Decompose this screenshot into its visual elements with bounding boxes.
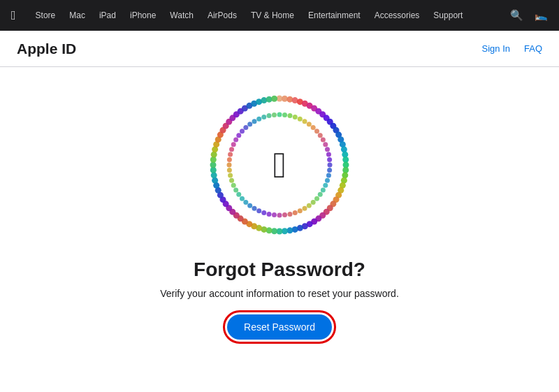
- svg-point-136: [256, 117, 261, 122]
- svg-point-80: [277, 112, 282, 117]
- bag-icon[interactable]: 🛌: [535, 9, 548, 22]
- nav-item-tv---home[interactable]: TV & Home: [244, 10, 301, 20]
- apple-logo-nav[interactable]: : [11, 8, 16, 23]
- forgot-title: Forgot Password?: [194, 259, 365, 281]
- svg-point-115: [252, 206, 257, 211]
- svg-point-110: [277, 213, 282, 218]
- nav-items: StoreMaciPadiPhoneWatchAirPodsTV & HomeE…: [29, 10, 510, 20]
- svg-point-91: [323, 142, 328, 147]
- nav-item-iphone[interactable]: iPhone: [123, 10, 163, 20]
- svg-point-134: [247, 122, 252, 126]
- svg-point-133: [243, 125, 248, 130]
- forgot-subtitle: Verify your account information to reset…: [160, 288, 399, 299]
- svg-point-137: [261, 115, 266, 119]
- nav-item-watch[interactable]: Watch: [163, 10, 201, 20]
- svg-point-81: [282, 112, 287, 117]
- svg-point-96: [327, 168, 332, 173]
- svg-point-122: [229, 178, 234, 183]
- apple-center-logo: : [273, 147, 286, 183]
- svg-point-95: [328, 163, 333, 168]
- search-icon[interactable]: 🔍: [510, 9, 523, 22]
- svg-point-126: [227, 157, 232, 162]
- nav-item-ipad[interactable]: iPad: [92, 10, 123, 20]
- svg-point-86: [307, 122, 312, 126]
- svg-point-108: [287, 212, 292, 217]
- svg-point-99: [323, 183, 328, 188]
- svg-point-138: [267, 113, 272, 118]
- faq-link[interactable]: FAQ: [524, 43, 542, 54]
- reset-password-button[interactable]: Reset Password: [227, 314, 332, 340]
- svg-point-109: [282, 212, 287, 217]
- svg-point-105: [303, 206, 307, 211]
- svg-point-88: [314, 129, 319, 133]
- svg-point-87: [311, 125, 316, 130]
- svg-point-107: [293, 210, 298, 215]
- sign-in-link[interactable]: Sign In: [482, 43, 510, 54]
- svg-point-121: [231, 183, 236, 188]
- svg-point-139: [272, 112, 277, 117]
- svg-point-111: [272, 212, 277, 217]
- nav-item-support[interactable]: Support: [426, 10, 470, 20]
- svg-point-82: [287, 113, 292, 118]
- svg-point-84: [298, 117, 303, 122]
- svg-point-114: [256, 208, 261, 213]
- sub-header-links: Sign In FAQ: [482, 43, 543, 54]
- svg-point-85: [303, 119, 307, 124]
- svg-point-132: [240, 129, 245, 133]
- svg-point-103: [311, 200, 316, 205]
- svg-point-104: [307, 203, 312, 208]
- svg-point-128: [229, 147, 234, 152]
- svg-point-118: [240, 196, 245, 201]
- svg-point-124: [227, 168, 232, 173]
- svg-point-130: [233, 138, 238, 143]
- svg-point-116: [247, 203, 252, 208]
- svg-point-131: [236, 133, 241, 138]
- sub-header: Apple ID Sign In FAQ: [0, 31, 559, 67]
- svg-point-79: [271, 96, 277, 102]
- svg-point-117: [243, 200, 248, 205]
- svg-point-89: [318, 133, 323, 138]
- main-content: // We'll generate dots in the outer scri…: [0, 67, 559, 340]
- svg-point-92: [325, 147, 330, 152]
- svg-point-129: [231, 142, 236, 147]
- svg-point-90: [321, 138, 326, 143]
- svg-point-100: [321, 188, 326, 193]
- svg-point-83: [293, 115, 298, 119]
- svg-point-93: [326, 152, 331, 157]
- nav-item-store[interactable]: Store: [29, 10, 63, 20]
- nav-item-entertainment[interactable]: Entertainment: [301, 10, 368, 20]
- svg-point-102: [314, 196, 319, 201]
- nav-item-mac[interactable]: Mac: [62, 10, 92, 20]
- reset-button-wrapper: Reset Password: [227, 314, 332, 340]
- svg-point-106: [298, 208, 303, 213]
- svg-point-113: [261, 210, 266, 215]
- svg-point-98: [325, 178, 330, 183]
- nav-right: 🔍 🛌: [510, 9, 548, 22]
- nav-item-accessories[interactable]: Accessories: [368, 10, 427, 20]
- svg-point-112: [267, 212, 272, 217]
- logo-container: // We'll generate dots in the outer scri…: [203, 88, 356, 242]
- svg-point-119: [236, 192, 241, 197]
- svg-point-101: [318, 192, 323, 197]
- svg-point-94: [327, 157, 332, 162]
- svg-point-97: [326, 173, 331, 177]
- svg-point-127: [228, 152, 233, 157]
- nav-item-airpods[interactable]: AirPods: [201, 10, 244, 20]
- svg-point-123: [228, 173, 233, 177]
- nav-bar:  StoreMaciPadiPhoneWatchAirPodsTV & Hom…: [0, 0, 559, 31]
- page-title: Apple ID: [17, 41, 482, 57]
- svg-point-135: [252, 119, 257, 124]
- svg-point-125: [227, 163, 232, 168]
- svg-point-120: [233, 188, 238, 193]
